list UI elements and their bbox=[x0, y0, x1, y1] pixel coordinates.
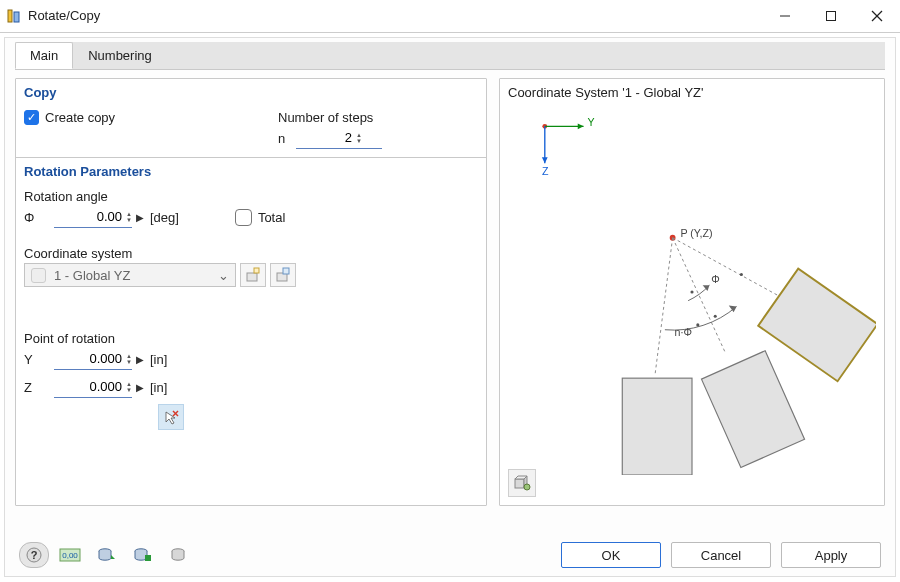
db-save-button[interactable] bbox=[127, 542, 157, 568]
coord-select[interactable]: 1 - Global YZ ⌄ bbox=[24, 263, 236, 287]
y-play-icon[interactable]: ▶ bbox=[136, 354, 144, 365]
coord-new-button[interactable] bbox=[240, 263, 266, 287]
p-label: P (Y,Z) bbox=[680, 227, 712, 239]
svg-rect-1 bbox=[14, 12, 19, 22]
svg-point-23 bbox=[714, 315, 717, 318]
z-spinner[interactable]: ▲▼ bbox=[126, 381, 132, 393]
svg-point-22 bbox=[696, 323, 699, 326]
y-symbol: Y bbox=[24, 352, 54, 367]
steps-label: Number of steps bbox=[278, 110, 478, 125]
angle-unit: [deg] bbox=[150, 210, 179, 225]
help-icon: ? bbox=[26, 547, 42, 563]
svg-text:?: ? bbox=[31, 549, 38, 561]
close-button[interactable] bbox=[854, 0, 900, 32]
ok-label: OK bbox=[602, 548, 621, 563]
steps-input-wrap: ▲▼ bbox=[296, 127, 382, 149]
coord-lib-button[interactable] bbox=[270, 263, 296, 287]
total-field[interactable]: Total bbox=[235, 209, 285, 226]
svg-rect-29 bbox=[515, 479, 524, 488]
cancel-button[interactable]: Cancel bbox=[671, 542, 771, 568]
svg-rect-40 bbox=[145, 555, 151, 561]
title-bar: Rotate/Copy bbox=[0, 0, 900, 32]
pick-point-icon bbox=[163, 409, 179, 425]
axis-y-label: Y bbox=[587, 116, 594, 128]
z-input-wrap: ▲▼ bbox=[54, 376, 132, 398]
minimize-button[interactable] bbox=[762, 0, 808, 32]
cs-lib-icon bbox=[275, 267, 291, 283]
steps-spinner[interactable]: ▲▼ bbox=[356, 132, 362, 144]
db-default-button[interactable] bbox=[163, 542, 193, 568]
z-symbol: Z bbox=[24, 380, 54, 395]
coord-value: 1 - Global YZ bbox=[54, 268, 130, 283]
create-copy-checkbox[interactable] bbox=[24, 110, 39, 125]
svg-line-17 bbox=[655, 238, 672, 374]
y-unit: [in] bbox=[150, 352, 167, 367]
point-label: Point of rotation bbox=[24, 331, 478, 346]
preview-heading: Coordinate System '1 - Global YZ' bbox=[508, 85, 703, 100]
svg-rect-6 bbox=[247, 273, 257, 281]
angle-input[interactable] bbox=[54, 208, 124, 225]
display-button[interactable]: 0,00 bbox=[55, 542, 85, 568]
app-icon bbox=[6, 8, 22, 24]
view3d-button[interactable] bbox=[508, 469, 536, 497]
nphi-label: n·Φ bbox=[675, 326, 692, 338]
ok-button[interactable]: OK bbox=[561, 542, 661, 568]
tab-main-label: Main bbox=[30, 48, 58, 63]
apply-button[interactable]: Apply bbox=[781, 542, 881, 568]
steps-input[interactable] bbox=[296, 129, 354, 146]
angle-label: Rotation angle bbox=[24, 189, 478, 204]
total-checkbox[interactable] bbox=[235, 209, 252, 226]
dialog-body: Main Numbering Copy Create copy Number o… bbox=[4, 37, 896, 577]
total-label: Total bbox=[258, 210, 285, 225]
help-button[interactable]: ? bbox=[19, 542, 49, 568]
chevron-down-icon: ⌄ bbox=[218, 268, 229, 283]
angle-play-icon[interactable]: ▶ bbox=[136, 212, 144, 223]
cancel-label: Cancel bbox=[701, 548, 741, 563]
svg-rect-3 bbox=[827, 11, 836, 20]
z-play-icon[interactable]: ▶ bbox=[136, 382, 144, 393]
tab-numbering-label: Numbering bbox=[88, 48, 152, 63]
z-input[interactable] bbox=[54, 378, 124, 395]
svg-text:0,00: 0,00 bbox=[62, 551, 78, 560]
coord-label: Coordinate system bbox=[24, 246, 478, 261]
svg-marker-38 bbox=[111, 555, 115, 559]
tab-main[interactable]: Main bbox=[15, 42, 73, 69]
svg-point-24 bbox=[690, 290, 693, 293]
tab-numbering[interactable]: Numbering bbox=[73, 42, 167, 69]
angle-symbol: Φ bbox=[24, 210, 54, 225]
tab-strip: Main Numbering bbox=[15, 42, 885, 70]
coord-check-icon bbox=[31, 268, 46, 283]
svg-rect-9 bbox=[283, 268, 289, 274]
left-panel: Copy Create copy Number of steps n ▲▼ bbox=[15, 78, 487, 506]
create-copy-field[interactable]: Create copy bbox=[24, 110, 115, 125]
steps-symbol: n bbox=[278, 131, 296, 146]
copy-heading: Copy bbox=[16, 79, 486, 104]
svg-line-19 bbox=[673, 238, 784, 299]
cs-new-icon bbox=[245, 267, 261, 283]
db-default-icon bbox=[169, 546, 187, 564]
preview-panel: Coordinate System '1 - Global YZ' Y Z P … bbox=[499, 78, 885, 506]
svg-rect-27 bbox=[701, 351, 804, 468]
svg-point-32 bbox=[524, 484, 530, 490]
angle-spinner[interactable]: ▲▼ bbox=[126, 211, 132, 223]
preview-diagram: Y Z P (Y,Z) Φ n·Φ bbox=[508, 107, 876, 475]
angle-input-wrap: ▲▼ bbox=[54, 206, 132, 228]
y-spinner[interactable]: ▲▼ bbox=[126, 353, 132, 365]
db-load-button[interactable] bbox=[91, 542, 121, 568]
apply-label: Apply bbox=[815, 548, 848, 563]
maximize-button[interactable] bbox=[808, 0, 854, 32]
svg-point-25 bbox=[740, 273, 743, 276]
rotation-heading: Rotation Parameters bbox=[16, 158, 486, 183]
y-input[interactable] bbox=[54, 350, 124, 367]
view3d-icon bbox=[513, 474, 531, 492]
svg-rect-28 bbox=[758, 269, 876, 382]
svg-rect-7 bbox=[254, 268, 259, 273]
svg-rect-0 bbox=[8, 10, 12, 22]
display-icon: 0,00 bbox=[59, 546, 81, 564]
svg-marker-13 bbox=[578, 123, 584, 129]
db-save-icon bbox=[133, 546, 151, 564]
window-title: Rotate/Copy bbox=[28, 8, 100, 23]
pick-point-button[interactable] bbox=[158, 404, 184, 430]
z-unit: [in] bbox=[150, 380, 167, 395]
axis-z-label: Z bbox=[542, 165, 549, 177]
